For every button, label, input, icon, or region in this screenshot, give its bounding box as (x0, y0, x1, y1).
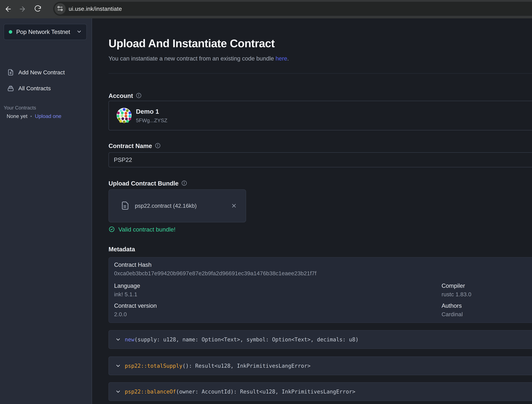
subtitle-period: . (287, 55, 289, 62)
message-keyword: new (125, 336, 134, 343)
page-title: Upload And Instantiate Contract (108, 37, 275, 50)
none-yet-text: None yet (7, 113, 27, 119)
account-select[interactable]: Demo 1 5FWg...ZYSZ (108, 101, 532, 130)
metadata-language: Language ink! 5.1.1 (114, 283, 140, 298)
message-args: (supply: u128, name: Option<Text>, symbo… (134, 336, 359, 343)
message-args: (owner: AccountId): Result<u128, InkPrim… (176, 389, 355, 395)
back-button[interactable] (4, 5, 13, 13)
your-contracts-heading: Your Contracts (4, 105, 36, 111)
check-circle-icon (108, 226, 115, 233)
app-root: ui.use.ink/instantiate Pop Network Testn… (0, 0, 532, 404)
document-icon (120, 201, 130, 211)
chevron-down-icon[interactable] (115, 337, 121, 342)
contract-name-label-row: Contract Name (108, 142, 161, 150)
site-settings-button[interactable] (55, 3, 66, 14)
account-name: Demo 1 (136, 108, 167, 115)
reload-button[interactable] (33, 5, 42, 13)
sidebar-item-label: Add New Contract (18, 69, 65, 76)
contract-name-input[interactable] (108, 152, 532, 167)
contract-name-label: Contract Name (108, 142, 152, 150)
sidebar-item-label: All Contracts (18, 85, 51, 92)
account-label-row: Account (108, 92, 142, 99)
metadata-label: Language (114, 283, 140, 289)
page-subtitle: You can instantiate a new contract from … (108, 55, 289, 62)
metadata-contract-version: Contract version 2.0.0 (114, 303, 157, 318)
account-text: Demo 1 5FWg...ZYSZ (136, 108, 167, 123)
message-args: (): Result<u128, InkPrimitivesLangError> (182, 363, 310, 369)
metadata-authors: Authors Cardinal (442, 303, 463, 318)
metadata-label: Contract version (114, 303, 157, 309)
account-identicon (116, 107, 132, 124)
forward-arrow-icon (19, 5, 26, 13)
archive-icon (4, 84, 17, 92)
network-selector[interactable]: Pop Network Testnet (4, 24, 87, 40)
url-bar[interactable]: ui.use.ink/instantiate (53, 2, 532, 16)
reload-icon (34, 5, 42, 13)
info-icon[interactable] (155, 143, 161, 149)
uploaded-file-name: psp22.contract (42.16kb) (135, 203, 231, 209)
network-status-dot (9, 30, 12, 34)
uploaded-file-card[interactable]: psp22.contract (42.16kb) (108, 189, 246, 222)
message-row-total-supply[interactable]: psp22::totalSupply(): Result<u128, InkPr… (108, 357, 532, 375)
account-address: 5FWg...ZYSZ (136, 118, 167, 123)
forward-button[interactable] (18, 5, 27, 13)
message-row-constructor-new[interactable]: new(supply: u128, name: Option<Text>, sy… (108, 330, 532, 349)
message-signature: new(supply: u128, name: Option<Text>, sy… (125, 336, 359, 343)
bullet-separator: • (30, 114, 32, 119)
info-icon[interactable] (136, 92, 142, 99)
metadata-label: Contract Hash (114, 261, 317, 268)
network-name: Pop Network Testnet (16, 29, 76, 35)
valid-bundle-status: Valid contract bundle! (108, 226, 175, 233)
metadata-heading: Metadata (108, 246, 135, 253)
sidebar-item-all-contracts[interactable]: All Contracts (0, 82, 92, 95)
valid-bundle-text: Valid contract bundle! (118, 226, 175, 233)
your-contracts-empty-row: None yet • Upload one (7, 113, 61, 119)
metadata-value: ink! 5.1.1 (114, 291, 140, 298)
message-row-balance-of[interactable]: psp22::balanceOf(owner: AccountId): Resu… (108, 382, 532, 401)
metadata-value: Cardinal (442, 311, 463, 318)
info-icon[interactable] (181, 180, 187, 187)
upload-one-link[interactable]: Upload one (35, 113, 61, 119)
metadata-value: rustc 1.83.0 (442, 291, 471, 298)
metadata-label: Compiler (442, 283, 471, 289)
metadata-compiler: Compiler rustc 1.83.0 (442, 283, 471, 298)
url-text[interactable]: ui.use.ink/instantiate (69, 6, 122, 12)
sidebar-divider (92, 18, 92, 404)
here-link[interactable]: here (276, 55, 287, 62)
tune-icon (57, 5, 64, 13)
message-keyword: psp22::balanceOf (125, 389, 176, 395)
upload-bundle-label: Upload Contract Bundle (108, 180, 178, 187)
remove-file-button[interactable] (231, 203, 237, 209)
close-icon (231, 203, 237, 209)
metadata-label: Authors (442, 303, 463, 309)
metadata-value: 0xca0eb3bcb17e99420b9697e87e2b9fa2d96691… (114, 270, 317, 277)
metadata-contract-hash: Contract Hash 0xca0eb3bcb17e99420b9697e8… (114, 261, 317, 277)
sidebar: Pop Network Testnet Add New Contract (0, 18, 92, 404)
subtitle-text: You can instantiate a new contract from … (108, 55, 276, 62)
message-signature: psp22::totalSupply(): Result<u128, InkPr… (125, 363, 310, 369)
chevron-down-icon[interactable] (115, 363, 121, 369)
sidebar-item-add-new-contract[interactable]: Add New Contract (0, 66, 92, 79)
browser-toolbar: ui.use.ink/instantiate (0, 0, 532, 18)
file-plus-icon (4, 69, 17, 76)
upload-bundle-label-row: Upload Contract Bundle (108, 180, 187, 187)
section-divider (108, 73, 532, 74)
chevron-down-icon (76, 29, 86, 35)
message-signature: psp22::balanceOf(owner: AccountId): Resu… (125, 389, 355, 395)
message-keyword: psp22::totalSupply (125, 363, 182, 369)
account-label: Account (108, 92, 133, 99)
back-arrow-icon (4, 5, 12, 13)
metadata-value: 2.0.0 (114, 311, 157, 318)
chevron-down-icon[interactable] (115, 389, 121, 395)
